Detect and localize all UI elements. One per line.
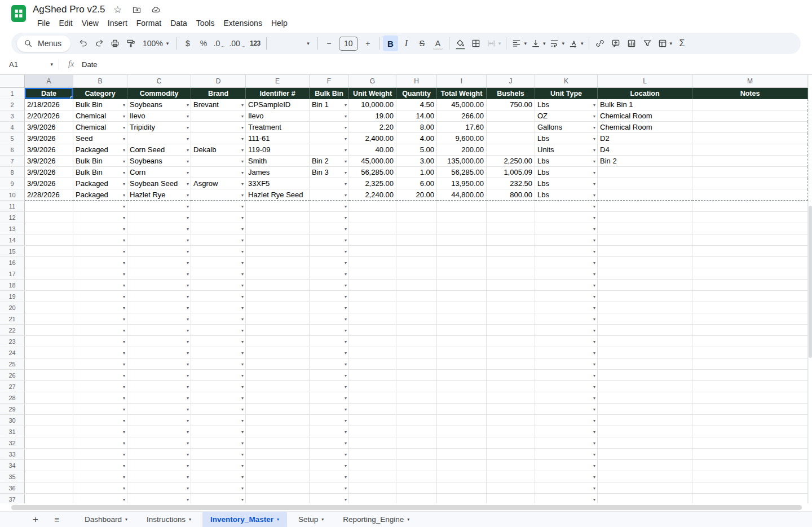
cell-E29[interactable] (246, 404, 310, 415)
cell-A29[interactable] (25, 404, 73, 415)
cell-J24[interactable] (487, 347, 535, 358)
cell-G8[interactable]: 56,285.00 (349, 167, 396, 178)
cell-F34[interactable]: ▾ (310, 460, 349, 471)
cell-K4[interactable]: Gallons▾ (535, 122, 598, 133)
row-header-6[interactable]: 6 (0, 144, 25, 156)
menu-insert[interactable]: Insert (103, 17, 132, 29)
cell-J12[interactable] (487, 212, 535, 223)
cell-dropdown-icon[interactable]: ▾ (123, 440, 125, 445)
cell-J4[interactable] (487, 122, 535, 133)
cell-D16[interactable]: ▾ (191, 257, 246, 268)
cell-G23[interactable] (349, 336, 396, 347)
cell-dropdown-icon[interactable]: ▾ (187, 463, 189, 468)
cell-F10[interactable]: ▾ (310, 189, 349, 201)
cell-dropdown-icon[interactable]: ▾ (123, 361, 125, 366)
cell-E22[interactable] (246, 325, 310, 336)
cell-B32[interactable]: ▾ (73, 437, 127, 449)
cell-dropdown-icon[interactable]: ▾ (187, 406, 189, 411)
cell-M5[interactable] (692, 133, 808, 144)
cell-dropdown-icon[interactable]: ▾ (123, 429, 125, 434)
cell-dropdown-icon[interactable]: ▾ (123, 170, 125, 175)
cell-E33[interactable] (246, 449, 310, 460)
cell-dropdown-icon[interactable]: ▾ (123, 249, 125, 254)
cell-J22[interactable] (487, 325, 535, 336)
row-header-24[interactable]: 24 (0, 347, 25, 358)
cell-H10[interactable]: 20.00 (396, 189, 437, 201)
cell-dropdown-icon[interactable]: ▾ (123, 406, 125, 411)
cell-E4[interactable]: Treatment (246, 122, 310, 133)
cell-D32[interactable]: ▾ (191, 437, 246, 449)
cell-D2[interactable]: Brevant▾ (191, 99, 246, 110)
cell-J7[interactable]: 2,250.00 (487, 156, 535, 167)
cell-K18[interactable]: ▾ (535, 280, 598, 291)
row-header-2[interactable]: 2 (0, 99, 25, 110)
cell-A2[interactable]: 2/18/2026 (25, 99, 73, 110)
cell-L21[interactable] (598, 313, 692, 325)
cell-J11[interactable] (487, 201, 535, 212)
cell-D17[interactable]: ▾ (191, 268, 246, 280)
cell-G27[interactable] (349, 381, 396, 392)
cell-G28[interactable] (349, 392, 396, 404)
cell-C28[interactable]: ▾ (127, 392, 191, 404)
cell-dropdown-icon[interactable]: ▾ (123, 485, 125, 490)
cell-B27[interactable]: ▾ (73, 381, 127, 392)
row-header-9[interactable]: 9 (0, 178, 25, 189)
cell-M27[interactable] (692, 381, 808, 392)
cell-H11[interactable] (396, 201, 437, 212)
cell-D3[interactable]: ▾ (191, 110, 246, 122)
row-header-8[interactable]: 8 (0, 167, 25, 178)
cell-B31[interactable]: ▾ (73, 426, 127, 437)
cell-dropdown-icon[interactable]: ▾ (593, 170, 595, 175)
cell-A34[interactable] (25, 460, 73, 471)
format-percent-button[interactable]: % (196, 36, 211, 51)
vertical-align-button[interactable]: ▾ (529, 36, 548, 51)
cell-H30[interactable] (396, 415, 437, 426)
cell-dropdown-icon[interactable]: ▾ (593, 215, 595, 220)
cell-G26[interactable] (349, 370, 396, 381)
cell-K11[interactable]: ▾ (535, 201, 598, 212)
cell-M23[interactable] (692, 336, 808, 347)
row-header-7[interactable]: 7 (0, 156, 25, 167)
cell-L2[interactable]: Bulk Bin 1 (598, 99, 692, 110)
cell-F24[interactable]: ▾ (310, 347, 349, 358)
row-header-32[interactable]: 32 (0, 437, 25, 449)
cell-G18[interactable] (349, 280, 396, 291)
cell-J5[interactable] (487, 133, 535, 144)
cell-J30[interactable] (487, 415, 535, 426)
cell-B6[interactable]: Packaged▾ (73, 144, 127, 156)
cell-dropdown-icon[interactable]: ▾ (593, 181, 595, 186)
cell-dropdown-icon[interactable]: ▾ (187, 249, 189, 254)
column-header-F[interactable]: F (310, 75, 349, 88)
cell-L18[interactable] (598, 280, 692, 291)
cell-L7[interactable]: Bin 2 (598, 156, 692, 167)
row-header-26[interactable]: 26 (0, 370, 25, 381)
cell-D4[interactable]: ▾ (191, 122, 246, 133)
tab-setup[interactable]: Setup▾ (290, 512, 332, 527)
cell-J17[interactable] (487, 268, 535, 280)
cell-G14[interactable] (349, 234, 396, 246)
cell-B18[interactable]: ▾ (73, 280, 127, 291)
cell-dropdown-icon[interactable]: ▾ (593, 395, 595, 400)
cell-G5[interactable]: 2,400.00 (349, 133, 396, 144)
cell-dropdown-icon[interactable]: ▾ (123, 125, 125, 130)
cell-K29[interactable]: ▾ (535, 404, 598, 415)
row-header-28[interactable]: 28 (0, 392, 25, 404)
cell-I34[interactable] (437, 460, 487, 471)
cell-E5[interactable]: 111-61 (246, 133, 310, 144)
cell-dropdown-icon[interactable]: ▾ (123, 260, 125, 265)
star-icon[interactable]: ☆ (112, 4, 123, 15)
cell-dropdown-icon[interactable]: ▾ (593, 249, 595, 254)
cell-L16[interactable] (598, 257, 692, 268)
cell-M7[interactable] (692, 156, 808, 167)
cell-M35[interactable] (692, 471, 808, 482)
document-title[interactable]: AgShed Pro v2.5 (33, 4, 105, 15)
cell-M20[interactable] (692, 302, 808, 313)
cell-A36[interactable] (25, 482, 73, 494)
cell-D36[interactable]: ▾ (191, 482, 246, 494)
row-header-17[interactable]: 17 (0, 268, 25, 280)
column-header-L[interactable]: L (598, 75, 692, 88)
cell-dropdown-icon[interactable]: ▾ (241, 170, 244, 175)
cell-H20[interactable] (396, 302, 437, 313)
borders-button[interactable] (469, 36, 484, 51)
cell-dropdown-icon[interactable]: ▾ (345, 316, 347, 321)
